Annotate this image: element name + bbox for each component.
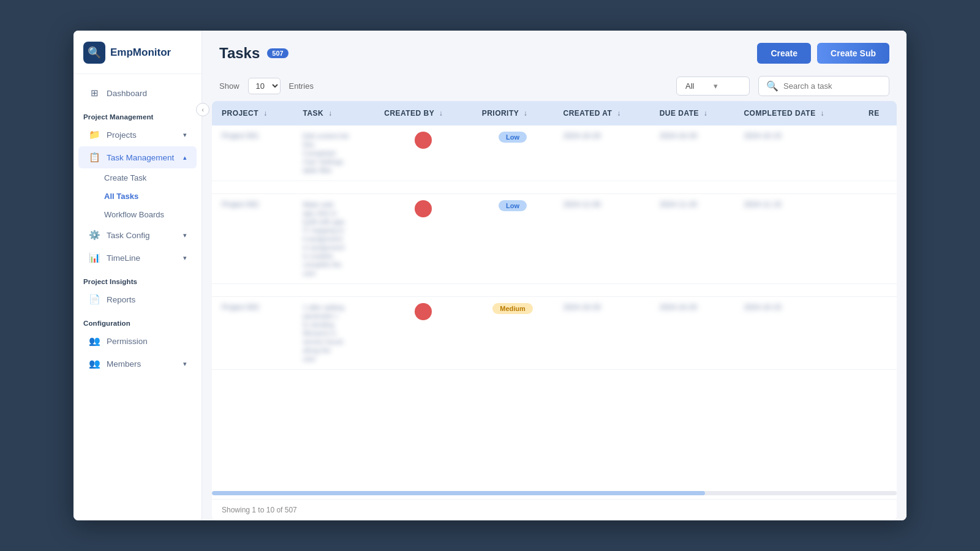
col-created-at[interactable]: CREATED AT ↓: [553, 101, 649, 126]
project-value: Project 001: [222, 132, 259, 140]
table-row[interactable]: Project 002Make web app click to build w…: [212, 194, 897, 284]
col-task-label: TASK: [303, 109, 323, 118]
main-content: Tasks 507 Create Create Sub Show 10 25 5…: [202, 31, 907, 520]
col-task-sort: ↓: [328, 109, 332, 118]
pagination-info: Showing 1 to 10 of 507: [222, 506, 297, 514]
create-task-label: Create Task: [104, 173, 146, 182]
sidebar-subitem-workflow-boards[interactable]: Workflow Boards: [78, 206, 197, 223]
col-completed-date-label: COMPLETED DATE: [744, 109, 815, 118]
projects-icon: 📁: [88, 129, 100, 140]
filter-chevron: ▾: [714, 81, 718, 91]
col-project[interactable]: PROJECT ↓: [212, 101, 293, 126]
all-tasks-label: All Tasks: [104, 192, 138, 201]
sidebar-subitem-all-tasks[interactable]: All Tasks: [78, 187, 197, 205]
col-completed-date-sort: ↓: [820, 109, 824, 118]
timeline-icon: 📊: [88, 252, 100, 263]
priority-badge: Low: [499, 200, 527, 211]
cell-created-by: [374, 194, 472, 284]
table-row[interactable]: Project 001Edit content list Dev Complet…: [212, 126, 897, 181]
cell-due-date: 2024-10-20: [650, 126, 734, 181]
col-completed-date[interactable]: COMPLETED DATE ↓: [734, 101, 859, 126]
sidebar-item-timeline-label: TimeLine: [107, 253, 140, 263]
completed-date-value: 2024-10-15: [744, 132, 781, 140]
toolbar-right: All ▾ 🔍: [676, 76, 889, 96]
priority-badge: Medium: [492, 303, 533, 314]
col-re[interactable]: RE: [859, 101, 897, 126]
tasks-table-wrapper: PROJECT ↓ TASK ↓ CREATED BY ↓: [212, 101, 897, 520]
col-priority[interactable]: PRIORITY ↓: [472, 101, 554, 126]
sidebar-item-dashboard[interactable]: ⊞ Dashboard: [78, 82, 197, 104]
filter-dropdown[interactable]: All ▾: [676, 77, 750, 96]
create-button[interactable]: Create: [757, 43, 811, 64]
cell-project: Project 001: [212, 126, 293, 181]
entries-label: Entries: [289, 81, 314, 91]
sidebar-item-reports-label: Reports: [107, 295, 135, 304]
task-management-icon: 📋: [88, 152, 100, 163]
sidebar-item-members[interactable]: 👥 Members ▾: [78, 353, 197, 375]
sidebar-item-task-config[interactable]: ⚙️ Task Config ▾: [78, 224, 197, 246]
cell-created-by: [374, 297, 472, 370]
table-scroll[interactable]: PROJECT ↓ TASK ↓ CREATED BY ↓: [212, 101, 897, 487]
table-body: Project 001Edit content list Dev Complet…: [212, 126, 897, 370]
cell-project: Project 002: [212, 194, 293, 284]
cell-project: Project 003: [212, 297, 293, 370]
entries-select[interactable]: 10 25 50: [248, 78, 281, 94]
col-due-date-label: DUE DATE: [660, 109, 699, 118]
sidebar-item-projects-label: Projects: [107, 130, 137, 140]
task-config-chevron: ▾: [183, 231, 187, 239]
cell-due-date: 2024-10-20: [650, 297, 734, 370]
due-date-value: 2024-10-20: [660, 303, 697, 312]
col-created-by-label: CREATED BY: [384, 109, 434, 118]
col-task[interactable]: TASK ↓: [293, 101, 374, 126]
section-project-management: Project Management: [74, 105, 202, 123]
members-icon: 👥: [88, 358, 100, 369]
cell-created-at: 2024-10-20: [553, 297, 649, 370]
horizontal-scrollbar-track[interactable]: [212, 491, 897, 495]
sidebar-item-permission[interactable]: 👥 Permission: [78, 330, 197, 352]
sidebar-toggle-button[interactable]: ‹: [196, 103, 209, 116]
sidebar-item-members-label: Members: [107, 359, 141, 369]
members-chevron: ▾: [183, 360, 187, 368]
cell-re: [859, 297, 897, 370]
toggle-icon: ‹: [202, 106, 204, 113]
created-at-value: 2024-10-20: [563, 132, 600, 140]
created-at-value: 2024-10-20: [563, 303, 600, 312]
cell-priority: Low: [472, 126, 554, 181]
sidebar-item-timeline[interactable]: 📊 TimeLine ▾: [78, 247, 197, 269]
table-header-row: PROJECT ↓ TASK ↓ CREATED BY ↓: [212, 101, 897, 126]
workflow-boards-label: Workflow Boards: [104, 210, 164, 219]
cell-task: Make web app click to build with gap. IT…: [293, 194, 374, 284]
create-sub-button[interactable]: Create Sub: [817, 43, 889, 64]
header-actions: Create Create Sub: [757, 43, 889, 64]
sidebar-nav: ⊞ Dashboard Project Management 📁 Project…: [74, 74, 202, 520]
col-created-at-sort: ↓: [617, 109, 620, 118]
section-configuration: Configuration: [74, 311, 202, 329]
sidebar-item-reports[interactable]: 📄 Reports: [78, 288, 197, 310]
sidebar-subitem-create-task[interactable]: Create Task: [78, 169, 197, 187]
page-title-area: Tasks 507: [219, 45, 757, 62]
cell-priority: Medium: [472, 297, 554, 370]
project-value: Project 002: [222, 200, 259, 209]
table-footer: Showing 1 to 10 of 507: [212, 499, 897, 520]
cell-task: 1 after adding parameter t to sending Mo…: [293, 297, 374, 370]
sidebar: 🔍 EmpMonitor ⊞ Dashboard Project Managem…: [74, 31, 202, 520]
logo-icon: 🔍: [83, 42, 105, 64]
sidebar-item-projects[interactable]: 📁 Projects ▾: [78, 124, 197, 146]
sidebar-item-task-management[interactable]: 📋 Task Management ▴: [78, 146, 197, 168]
col-created-at-label: CREATED AT: [563, 109, 612, 118]
task-count-badge: 507: [267, 48, 288, 58]
dashboard-icon: ⊞: [88, 88, 100, 99]
col-due-date[interactable]: DUE DATE ↓: [650, 101, 734, 126]
search-input[interactable]: [783, 81, 881, 91]
task-management-chevron: ▴: [183, 154, 187, 162]
cell-re: [859, 126, 897, 181]
task-value: 1 after adding parameter t to sending Mo…: [303, 304, 344, 362]
horizontal-scrollbar-thumb: [212, 491, 705, 495]
table-row[interactable]: Project 0031 after adding parameter t to…: [212, 297, 897, 370]
reports-icon: 📄: [88, 294, 100, 305]
col-created-by[interactable]: CREATED BY ↓: [374, 101, 472, 126]
permission-icon: 👥: [88, 335, 100, 347]
sidebar-item-permission-label: Permission: [107, 337, 148, 346]
tasks-table: PROJECT ↓ TASK ↓ CREATED BY ↓: [212, 101, 897, 370]
col-project-sort: ↓: [263, 109, 267, 118]
